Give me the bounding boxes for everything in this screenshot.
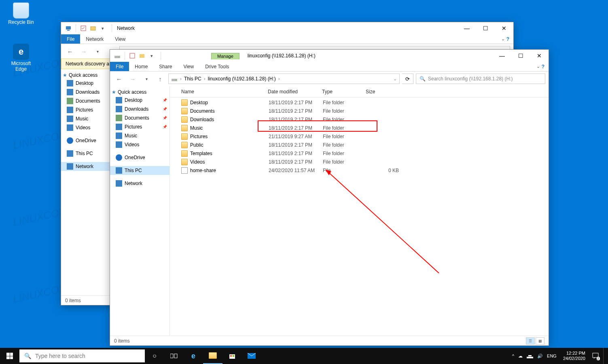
new-folder-icon[interactable] [89, 24, 97, 32]
sidebar-item-music[interactable]: Music [61, 114, 117, 123]
ribbon-expand-icon[interactable]: ⌄ [536, 64, 540, 69]
column-date[interactable]: Date modified [268, 89, 322, 95]
sidebar-item-videos[interactable]: Videos [61, 123, 117, 132]
svg-rect-16 [230, 355, 232, 357]
action-center-icon[interactable]: 2 [592, 352, 599, 360]
sidebar-item-downloads[interactable]: Downloads📌 [61, 88, 117, 97]
close-button[interactable]: ✕ [495, 22, 513, 34]
sidebar-item-downloads[interactable]: Downloads📌 [110, 105, 169, 114]
file-type: File folder [323, 151, 366, 156]
taskbar-explorer[interactable] [203, 348, 222, 364]
properties-icon[interactable] [128, 52, 136, 60]
back-button[interactable]: ← [113, 73, 125, 84]
file-icon [181, 167, 188, 174]
sidebar-item-pictures[interactable]: Pictures📌 [61, 105, 117, 114]
minimize-button[interactable]: — [493, 50, 511, 62]
microsoft-edge[interactable]: e Microsoft Edge [6, 44, 36, 72]
tab-view[interactable]: View [178, 62, 199, 71]
minimize-button[interactable]: — [458, 22, 476, 34]
taskbar-clock[interactable]: 12:22 PM 24/02/2020 [561, 351, 588, 361]
forward-button[interactable]: → [78, 46, 89, 57]
desktop-icon-label: Microsoft Edge [6, 61, 36, 72]
view-icons-icon[interactable]: ▦ [536, 337, 544, 345]
taskbar-mail[interactable] [242, 348, 261, 364]
address-dropdown-icon[interactable]: ⌄ [393, 76, 397, 82]
ribbon-expand-icon[interactable]: ⌄ [501, 36, 505, 42]
up-button[interactable]: ↑ [155, 73, 166, 84]
sidebar-item-documents[interactable]: Documents📌 [110, 114, 169, 122]
maximize-button[interactable]: ☐ [476, 22, 495, 34]
onedrive-tray-icon[interactable]: ☁ [518, 353, 523, 359]
refresh-button[interactable]: ⟳ [402, 74, 413, 84]
help-icon[interactable]: ? [542, 64, 544, 69]
new-folder-icon[interactable] [138, 52, 146, 60]
tab-home[interactable]: Home [129, 62, 153, 71]
sidebar-item-thispc[interactable]: This PC [110, 166, 169, 175]
tab-file[interactable]: File [61, 34, 80, 44]
column-type[interactable]: Type [322, 89, 366, 95]
address-bar[interactable]: › This PC › linuxconfig (\\192.168.1.28)… [168, 74, 400, 84]
cortana-button[interactable]: ○ [145, 348, 164, 364]
sidebar-item-music[interactable]: Music [110, 131, 169, 140]
titlebar[interactable]: ▾ Network — ☐ ✕ [61, 22, 513, 34]
table-row[interactable]: Downloads18/11/2019 2:17 PMFile folder [170, 115, 549, 124]
tab-drive-tools[interactable]: Drive Tools [199, 62, 235, 71]
tray-chevron-icon[interactable]: ^ [512, 353, 514, 358]
table-row[interactable]: Public18/11/2019 2:17 PMFile folder [170, 141, 549, 149]
table-row[interactable]: Music18/11/2019 2:17 PMFile folder [170, 124, 549, 132]
drive-icon [171, 76, 178, 82]
breadcrumb-thispc[interactable]: This PC [184, 76, 201, 82]
column-headers[interactable]: Name Date modified Type Size [170, 86, 549, 97]
sidebar-item-videos[interactable]: Videos [110, 140, 169, 149]
taskbar-search[interactable]: 🔍 Type here to search [19, 349, 145, 362]
table-row[interactable]: home-share24/02/2020 11:57 AMFile0 KB [170, 166, 549, 175]
sidebar-item-onedrive[interactable]: OneDrive [61, 136, 117, 145]
sidebar-item-pictures[interactable]: Pictures📌 [110, 122, 169, 131]
tab-network[interactable]: Network [80, 34, 109, 44]
sidebar-item-quick-access[interactable]: ★ Quick access [110, 88, 169, 96]
column-name[interactable]: Name [181, 89, 268, 95]
tab-share[interactable]: Share [153, 62, 178, 71]
sidebar-item-network[interactable]: Network [110, 179, 169, 188]
volume-tray-icon[interactable]: 🔊 [537, 353, 543, 359]
recent-chevron-icon[interactable]: ▾ [141, 73, 152, 84]
sidebar-item-onedrive[interactable]: OneDrive [110, 153, 169, 162]
qat-chevron-icon[interactable]: ▾ [148, 52, 156, 60]
breadcrumb-drive[interactable]: linuxconfig (\\192.168.1.28) (H:) [208, 76, 276, 82]
titlebar[interactable]: ▾ Manage linuxconfig (\\192.168.1.28) (H… [110, 50, 549, 62]
search-box[interactable]: 🔍 Search linuxconfig (\\192.168.1.28) (H… [416, 74, 545, 84]
network-tray-icon[interactable] [527, 353, 533, 358]
table-row[interactable]: Desktop18/11/2019 2:17 PMFile folder [170, 98, 549, 107]
tab-manage[interactable]: Manage [211, 53, 239, 59]
table-row[interactable]: Videos18/11/2019 2:17 PMFile folder [170, 158, 549, 166]
task-view-button[interactable] [164, 348, 184, 364]
sidebar-item-thispc[interactable]: This PC [61, 149, 117, 158]
recycle-bin[interactable]: Recycle Bin [6, 2, 36, 25]
sidebar-item-documents[interactable]: Documents📌 [61, 97, 117, 105]
maximize-button[interactable]: ☐ [511, 50, 530, 62]
tab-file[interactable]: File [110, 62, 129, 71]
view-details-icon[interactable]: ☰ [526, 337, 535, 345]
recent-chevron-icon[interactable]: ▾ [92, 46, 103, 57]
table-row[interactable]: Templates18/11/2019 2:17 PMFile folder [170, 149, 549, 158]
folder-icon [181, 142, 188, 148]
table-row[interactable]: Documents18/11/2019 2:17 PMFile folder [170, 107, 549, 115]
column-size[interactable]: Size [366, 89, 406, 95]
tab-view[interactable]: View [109, 34, 131, 44]
sidebar-item-desktop[interactable]: Desktop📌 [110, 96, 169, 105]
sidebar-item-network[interactable]: Network [61, 162, 117, 171]
help-icon[interactable]: ? [506, 36, 509, 42]
show-desktop-button[interactable] [603, 348, 606, 364]
sidebar-item-desktop[interactable]: Desktop📌 [61, 79, 117, 88]
taskbar-store[interactable] [222, 348, 242, 364]
sidebar-item-quick-access[interactable]: ★ Quick access [61, 72, 117, 79]
back-button[interactable]: ← [64, 46, 76, 57]
forward-button[interactable]: → [127, 73, 138, 84]
start-button[interactable] [0, 348, 19, 364]
close-button[interactable]: ✕ [530, 50, 549, 62]
table-row[interactable]: Pictures21/11/2019 9:27 AMFile folder [170, 132, 549, 141]
language-indicator[interactable]: ENG [547, 353, 557, 358]
properties-icon[interactable] [79, 24, 87, 32]
qat-chevron-icon[interactable]: ▾ [99, 24, 107, 32]
taskbar-edge[interactable]: e [184, 348, 203, 364]
